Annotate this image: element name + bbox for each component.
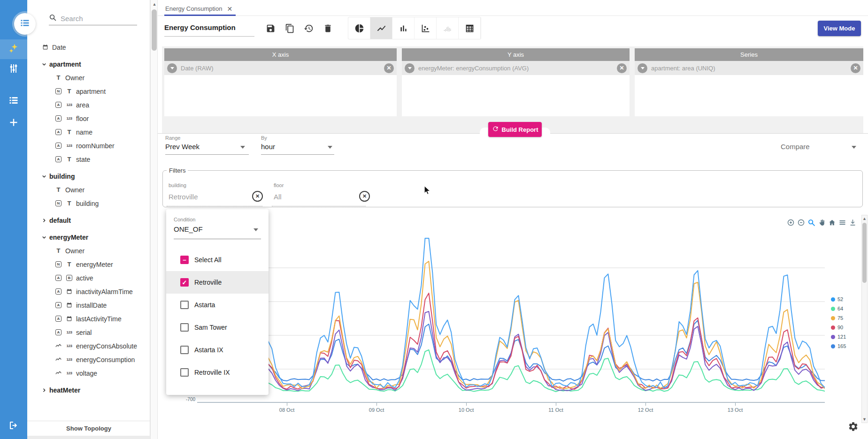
menu-icon[interactable] (838, 219, 846, 227)
scroll-up-icon[interactable]: ▲ (151, 2, 158, 7)
checkbox-checked[interactable]: ✓ (180, 278, 189, 287)
legend-item-90[interactable]: 90 (831, 323, 846, 332)
legend-item-75[interactable]: 75 (831, 313, 846, 323)
chart-type-pie[interactable] (348, 17, 370, 39)
tree-field-name[interactable]: ATname (41, 125, 148, 139)
option-astarta[interactable]: Astarta (166, 294, 269, 316)
chevron-right-icon[interactable] (41, 387, 48, 393)
tree-field-energyConsAbsolute[interactable]: 123energyConsAbsolute (41, 339, 148, 353)
range-select[interactable]: Prev Week (165, 143, 200, 151)
field-chip[interactable]: apartment: area (UNIQ)✕ (635, 61, 863, 75)
filter-clear-icon[interactable]: ✕ (252, 191, 263, 202)
checkbox-unchecked[interactable] (180, 301, 189, 309)
chip-remove-icon[interactable]: ✕ (384, 63, 394, 73)
search-input[interactable]: Search (49, 12, 137, 25)
tree-field-energyMeter[interactable]: NTenergyMeter (41, 257, 148, 271)
sidebar-horizontal-scrollbar[interactable] (27, 436, 150, 439)
chart-scrollbar-thumb[interactable] (862, 223, 867, 283)
chevron-down-icon[interactable] (41, 174, 48, 179)
tab-close-icon[interactable]: ✕ (227, 5, 232, 13)
option-retroville[interactable]: ✓Retroville (166, 271, 269, 294)
checkbox-unchecked[interactable] (180, 323, 189, 332)
chevron-down-icon[interactable] (41, 61, 48, 67)
condition-chevron-down-icon[interactable] (253, 228, 258, 231)
tree-field-serial[interactable]: A123serial (41, 325, 148, 339)
chart-type-line[interactable] (370, 17, 392, 39)
field-chip[interactable]: Date (RAW)✕ (164, 61, 397, 75)
sidebar-toggle-button[interactable] (14, 13, 36, 35)
build-report-button[interactable]: Build Report (488, 122, 542, 137)
condition-select[interactable]: ONE_OF (174, 225, 203, 233)
tree-field-Owner[interactable]: TOwner (41, 244, 148, 257)
zoom-in-icon[interactable] (787, 219, 795, 227)
field-chip[interactable]: energyMeter: energyConsumption (AVG)✕ (402, 61, 630, 75)
chip-dropdown-icon[interactable] (167, 63, 177, 73)
chip-dropdown-icon[interactable] (405, 63, 415, 73)
chevron-down-icon[interactable] (41, 235, 48, 240)
tree-field-active[interactable]: ABactive (41, 271, 148, 285)
tree-field-state[interactable]: ATstate (41, 152, 148, 166)
tree-group-heatMeter[interactable]: heatMeter (41, 383, 148, 397)
chip-remove-icon[interactable]: ✕ (851, 63, 860, 73)
checkbox-unchecked[interactable] (180, 346, 189, 354)
report-title-input[interactable]: Energy Consumption (164, 23, 254, 31)
history-button[interactable] (304, 23, 316, 36)
tree-field-roomNumber[interactable]: A123roomNumber (41, 139, 148, 152)
rail-item-tune[interactable] (0, 60, 27, 79)
option-select-all[interactable]: −Select All (166, 249, 269, 271)
chip-dropdown-icon[interactable] (638, 63, 647, 73)
delete-button[interactable] (323, 23, 335, 36)
option-sam-tower[interactable]: Sam Tower (166, 316, 269, 339)
chart-settings-button[interactable] (848, 421, 860, 433)
legend-item-121[interactable]: 121 (831, 332, 846, 341)
rail-item-reports[interactable] (0, 91, 27, 111)
view-mode-button[interactable]: View Mode (818, 21, 861, 36)
by-select[interactable]: hour (261, 143, 275, 151)
zoom-out-icon[interactable] (797, 219, 805, 227)
dropzone-body[interactable] (635, 75, 863, 116)
dropzone-body[interactable] (164, 75, 397, 116)
option-retroville-ix[interactable]: Retroville IX (166, 361, 269, 384)
option-astarta-ix[interactable]: Astarta IX (166, 339, 269, 361)
tree-field-energyConsumption[interactable]: 123energyConsumption (41, 353, 148, 366)
main-scrollbar-thumb[interactable] (152, 9, 157, 51)
tree-field-inactivityAlarmTime[interactable]: AinactivityAlarmTime (41, 285, 148, 298)
tree-field-Date[interactable]: Date (41, 40, 148, 54)
tree-group-building[interactable]: building (41, 169, 148, 183)
chart-type-table[interactable] (459, 17, 481, 39)
by-chevron-down-icon[interactable] (328, 146, 332, 149)
tree-field-lastActivityTime[interactable]: AlastActivityTime (41, 312, 148, 325)
legend-item-165[interactable]: 165 (831, 341, 846, 351)
legend-item-64[interactable]: 64 (831, 304, 846, 313)
box-zoom-icon[interactable] (807, 219, 815, 227)
pan-icon[interactable] (818, 219, 826, 227)
checkbox-indeterminate[interactable]: − (180, 256, 189, 264)
legend-item-52[interactable]: 52 (831, 295, 846, 304)
tree-field-floor[interactable]: A123floor (41, 112, 148, 125)
dropzone-body[interactable] (402, 75, 630, 116)
chart-type-bar[interactable] (392, 17, 415, 39)
chip-remove-icon[interactable]: ✕ (617, 63, 627, 73)
duplicate-button[interactable] (285, 23, 297, 36)
filter-value-building[interactable]: Retroville (169, 193, 198, 201)
tree-field-Owner[interactable]: TOwner (41, 183, 148, 197)
rail-item-assistant[interactable] (0, 39, 27, 59)
tab-energy-consumption[interactable]: Energy Consumption ✕ (165, 3, 232, 15)
main-scrollbar[interactable]: ▲ (150, 0, 158, 439)
show-topology-button[interactable]: Show Topology (27, 421, 150, 436)
tree-field-Owner[interactable]: TOwner (41, 71, 148, 84)
tree-field-voltage[interactable]: 123voltage (41, 366, 148, 380)
tree-group-energyMeter[interactable]: energyMeter (41, 230, 148, 244)
compare-select[interactable]: Compare (781, 143, 810, 151)
chart-type-scatter[interactable] (415, 17, 437, 39)
save-button[interactable] (266, 23, 278, 36)
rail-item-add[interactable] (0, 114, 27, 133)
tree-group-default[interactable]: default (41, 213, 148, 227)
rail-item-logout[interactable] (0, 416, 27, 436)
tree-field-area[interactable]: A123area (41, 98, 148, 112)
chart-scroll-up-icon[interactable]: ▲ (862, 216, 867, 221)
chevron-right-icon[interactable] (41, 218, 48, 223)
filter-value-floor[interactable]: All (274, 193, 282, 201)
range-chevron-down-icon[interactable] (240, 146, 245, 149)
home-icon[interactable] (828, 219, 836, 227)
